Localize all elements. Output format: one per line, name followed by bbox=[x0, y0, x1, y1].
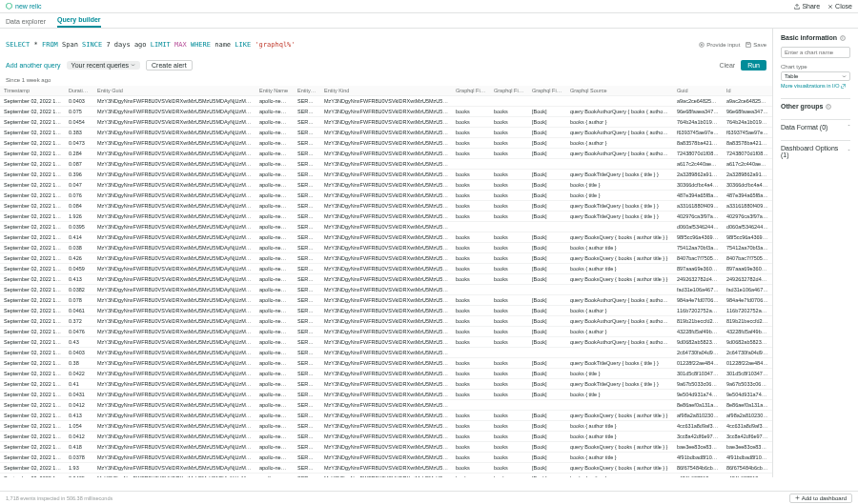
chart-name-input[interactable] bbox=[781, 47, 850, 58]
other-groups-accordion[interactable]: Other groups i bbox=[781, 98, 850, 110]
clear-button[interactable]: Clear bbox=[719, 62, 735, 69]
more-viz-label: More visualizations in I/O bbox=[781, 83, 839, 89]
add-query-link[interactable]: Add another query bbox=[6, 62, 61, 69]
column-header[interactable]: Graphql Field Path bbox=[490, 86, 528, 96]
column-header[interactable]: Guid bbox=[673, 86, 723, 96]
data-format-accordion[interactable]: Data Format (0) ˅ bbox=[781, 119, 850, 131]
table-cell: 96e68faaea347077 bbox=[673, 107, 723, 117]
brand-logo[interactable]: new relic bbox=[6, 3, 42, 10]
table-row[interactable]: September 02, 2022 14:39:410.0403MzY3NDg… bbox=[0, 348, 772, 358]
table-cell: September 02, 2022 14:38:40 bbox=[0, 421, 65, 432]
dashboard-options-accordion[interactable]: Dashboard Options (1) ˅ bbox=[781, 140, 850, 158]
table-row[interactable]: September 02, 2022 14:33:020.0459MzY3NDg… bbox=[0, 264, 772, 274]
table-row[interactable]: September 02, 2022 14:39:430.0422MzY3NDg… bbox=[0, 369, 772, 379]
table-cell: books bbox=[452, 442, 490, 453]
table-row[interactable]: September 02, 2022 14:33:440.0382MzY3NDg… bbox=[0, 285, 772, 295]
info-icon: i bbox=[826, 104, 831, 110]
chart-type-select[interactable]: Table bbox=[781, 71, 850, 81]
table-cell: September 02, 2022 14:39:41 bbox=[0, 295, 65, 306]
provide-input-button[interactable]: Provide input bbox=[699, 42, 740, 48]
table-cell: September 02, 2022 14:39:43 bbox=[0, 337, 65, 348]
table-row[interactable]: September 02, 2022 14:39:410.0461MzY3NDg… bbox=[0, 306, 772, 316]
table-cell: 819b21beccfd2c18 bbox=[723, 316, 772, 327]
table-cell: 43228fd5af49b1e0 bbox=[673, 327, 723, 337]
column-header[interactable]: Timestamp bbox=[0, 86, 65, 96]
column-header[interactable]: Graphql Source bbox=[566, 86, 673, 96]
table-cell: 30366dcfbc4a4770 bbox=[723, 180, 772, 191]
table-cell: 0.38 bbox=[65, 358, 93, 369]
column-header[interactable]: Entity Name bbox=[255, 86, 294, 96]
column-header[interactable]: Entity Type bbox=[294, 86, 320, 96]
table-cell: SERVICE bbox=[294, 138, 320, 149]
nrql-editor[interactable]: SELECT * FROM Span SINCE 7 days ago LIMI… bbox=[6, 41, 693, 49]
table-cell: books bbox=[452, 453, 490, 463]
run-button[interactable]: Run bbox=[741, 60, 766, 71]
table-row[interactable]: September 02, 2022 14:39:410.0476MzY3NDg… bbox=[0, 327, 772, 337]
column-header[interactable]: Graphql Field Type bbox=[528, 86, 566, 96]
table-row[interactable]: September 02, 2022 14:33:590.396MzY3NDgy… bbox=[0, 170, 772, 180]
create-alert-button[interactable]: Create alert bbox=[146, 60, 193, 71]
table-row[interactable]: September 02, 2022 14:39:391.93MzY3NDgyN… bbox=[0, 463, 772, 474]
table-row[interactable]: September 02, 2022 14:33:500.0403MzY3NDg… bbox=[0, 96, 772, 107]
more-viz-link[interactable]: More visualizations in I/O bbox=[781, 83, 850, 89]
table-row[interactable]: September 02, 2022 14:33:590.047MzY3NDgy… bbox=[0, 180, 772, 191]
recent-queries-pill[interactable]: Your recent queries bbox=[67, 61, 140, 70]
table-cell: books { author } bbox=[566, 117, 673, 128]
table-row[interactable]: September 02, 2022 14:33:570.084MzY3NDgy… bbox=[0, 201, 772, 212]
table-row[interactable]: September 02, 2022 14:38:000.0412MzY3NDg… bbox=[0, 400, 772, 411]
table-cell: books bbox=[452, 432, 490, 442]
column-header[interactable]: Entity Guid bbox=[93, 86, 255, 96]
table-row[interactable]: September 02, 2022 14:39:430.43MzY3NDgyN… bbox=[0, 337, 772, 348]
table-cell: books bbox=[452, 411, 490, 421]
table-row[interactable]: September 02, 2022 14:39:410.41MzY3NDgyN… bbox=[0, 379, 772, 390]
column-header[interactable]: Entity Kind bbox=[320, 86, 452, 96]
add-to-dashboard-button[interactable]: Add to dashboard bbox=[789, 494, 852, 503]
table-row[interactable]: September 02, 2022 14:33:020.413MzY3NDgy… bbox=[0, 274, 772, 285]
close-button[interactable]: Close bbox=[827, 3, 852, 10]
query-meta: Provide input Save bbox=[699, 42, 766, 48]
tab-data-explorer[interactable]: Data explorer bbox=[6, 18, 46, 28]
table-row[interactable]: September 02, 2022 14:33:590.038MzY3NDgy… bbox=[0, 243, 772, 253]
table-cell: [Book] bbox=[528, 138, 566, 149]
column-header[interactable]: Id bbox=[723, 86, 772, 96]
table-row[interactable]: September 02, 2022 14:33:580.284MzY3NDgy… bbox=[0, 149, 772, 159]
column-header[interactable]: Duration Ms bbox=[65, 86, 93, 96]
table-cell: 984a4e7fd07066015 bbox=[723, 295, 772, 306]
table-row[interactable]: September 02, 2022 14:37:580.0439MzY3NDg… bbox=[0, 474, 772, 478]
table-row[interactable]: September 02, 2022 14:33:590.087MzY3NDgy… bbox=[0, 159, 772, 170]
table-cell: [Book] bbox=[528, 128, 566, 138]
table-row[interactable]: September 02, 2022 14:39:410.372MzY3NDgy… bbox=[0, 316, 772, 327]
table-row[interactable]: September 02, 2022 14:38:000.413MzY3NDgy… bbox=[0, 411, 772, 421]
table-row[interactable]: September 02, 2022 14:33:571.926MzY3NDgy… bbox=[0, 212, 772, 222]
table-row[interactable]: September 02, 2022 14:33:590.426MzY3NDgy… bbox=[0, 253, 772, 264]
column-header[interactable]: Graphql Field Name bbox=[452, 86, 490, 96]
table-cell: September 02, 2022 14:33:02 bbox=[0, 264, 65, 274]
tab-query-builder[interactable]: Query builder bbox=[57, 16, 101, 28]
table-cell: MzY3NDgyNnxFWFR8U0VSVklDRXwtMzU5MzU5MDAy… bbox=[93, 348, 255, 358]
table-cell: SERVICE bbox=[294, 285, 320, 295]
table-cell: apollo-newrelic-otel bbox=[255, 453, 294, 463]
table-cell: SERVICE bbox=[294, 337, 320, 348]
table-cell: 2492632782d46435 bbox=[673, 274, 723, 285]
table-row[interactable]: September 02, 2022 14:39:410.38MzY3NDgyN… bbox=[0, 358, 772, 369]
table-row[interactable]: September 02, 2022 14:33:590.076MzY3NDgy… bbox=[0, 191, 772, 201]
table-row[interactable]: September 02, 2022 14:33:510.0454MzY3NDg… bbox=[0, 117, 772, 128]
table-row[interactable]: September 02, 2022 14:38:401.054MzY3NDgy… bbox=[0, 421, 772, 432]
table-row[interactable]: September 02, 2022 14:33:580.414MzY3NDgy… bbox=[0, 232, 772, 243]
info-icon[interactable]: i bbox=[840, 35, 846, 41]
table-row[interactable]: September 02, 2022 14:33:580.0473MzY3NDg… bbox=[0, 138, 772, 149]
table-row[interactable]: September 02, 2022 14:33:510.383MzY3NDgy… bbox=[0, 128, 772, 138]
table-row[interactable]: September 02, 2022 14:39:400.0412MzY3NDg… bbox=[0, 432, 772, 442]
table-row[interactable]: September 02, 2022 14:39:420.0431MzY3NDg… bbox=[0, 390, 772, 400]
table-row[interactable]: September 02, 2022 14:33:580.0395MzY3NDg… bbox=[0, 222, 772, 232]
subtabs: Data explorer Query builder bbox=[0, 13, 858, 29]
save-query-button[interactable]: Save bbox=[746, 42, 766, 48]
save-icon bbox=[746, 42, 751, 48]
results-table-wrap[interactable]: ⋯ TimestampDuration MsEntity GuidEntity … bbox=[0, 86, 772, 477]
table-cell: MzY3NDgyNnxFWFR8U0VSVklDRXwtMzU5MzU5MDAy… bbox=[320, 379, 452, 390]
share-button[interactable]: Share bbox=[794, 3, 820, 10]
table-row[interactable]: September 02, 2022 14:33:510.075MzY3NDgy… bbox=[0, 107, 772, 117]
table-row[interactable]: September 02, 2022 14:39:390.0378MzY3NDg… bbox=[0, 453, 772, 463]
table-row[interactable]: September 02, 2022 14:38:400.418MzY3NDgy… bbox=[0, 442, 772, 453]
table-row[interactable]: September 02, 2022 14:39:410.078MzY3NDgy… bbox=[0, 295, 772, 306]
